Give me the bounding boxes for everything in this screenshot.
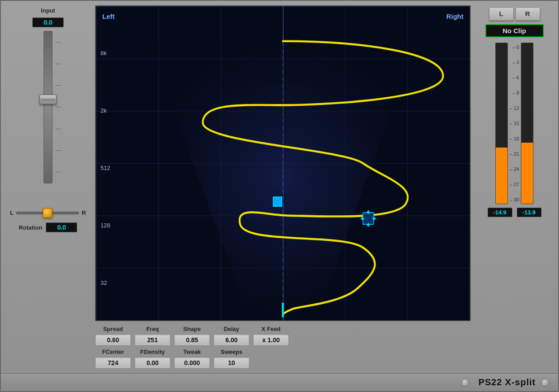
controls-row-1: Spread 0.60 Freq 251 Shape 0.85 Delay 6.… [95,326,471,346]
fdensity-value[interactable]: 0.00 [135,357,170,369]
input-slider-track[interactable] [44,31,52,183]
scale-30: – 30 [510,197,519,202]
left-meter [495,43,508,204]
left-meter-fill [496,148,507,204]
xfeed-label: X Feed [262,326,281,332]
input-slider-container [44,31,52,201]
scale-21: – 21 [510,151,519,157]
scale-15: – 15 [510,121,519,126]
fcenter-value[interactable]: 724 [95,357,131,369]
l-button[interactable]: L [489,7,514,21]
tick-3 [56,85,61,86]
svg-marker-9 [366,210,371,213]
tick-1 [56,42,61,43]
right-panel: L R No Clip – 0 – 3 – 6 – 9 – 12 [475,5,554,369]
fdensity-label: FDensity [140,348,165,355]
input-label: Input [41,7,55,14]
meter-readings: -14.9 -13.9 [488,208,542,217]
left-meter-value: -14.9 [488,208,512,217]
svg-rect-4 [363,213,374,224]
shape-control: Shape 0.85 [174,326,210,346]
visualizer: Left Right 8k 2k 512 128 32 [95,5,471,321]
right-meter-fill [521,143,533,204]
xfeed-value[interactable]: x 1.00 [253,334,289,346]
bottom-bar: PS22 X-split [1,373,558,391]
plugin-name: PS22 X-split [478,377,536,388]
scale-18: – 18 [510,136,519,141]
scale-6: – 6 [510,75,519,80]
tweak-label: Tweak [183,348,201,355]
right-meter-value: -13.9 [517,208,542,217]
scale-0: – 0 [510,44,519,50]
shape-label: Shape [183,326,201,332]
right-meter [521,43,533,204]
sweeps-value[interactable]: 10 [214,357,249,369]
shape-value[interactable]: 0.85 [174,334,210,346]
rotation-label: Rotation [19,224,43,231]
delay-label: Delay [224,326,240,332]
tick-4 [56,107,61,107]
no-clip-display: No Clip [485,24,544,37]
lr-buttons: L R [489,7,540,21]
slider-tick-marks [56,31,61,183]
fcenter-control: FCenter 724 [95,348,131,369]
sweeps-control: Sweeps 10 [214,348,249,369]
balance-thumb[interactable] [43,208,52,218]
input-value-display[interactable]: 0.0 [32,17,64,27]
tweak-value[interactable]: 0.000 [174,357,210,369]
rotation-value-display[interactable]: 0.0 [46,222,77,232]
screw-left [461,379,469,387]
fdensity-control: FDensity 0.00 [135,348,170,369]
freq-label: Freq [146,326,159,332]
tick-6 [56,150,61,151]
tick-5 [56,129,61,129]
delay-control: Delay 6.00 [214,326,249,346]
balance-left-label: L [10,209,13,216]
freq-control: Freq 251 [135,326,170,346]
spread-value[interactable]: 0.60 [95,334,131,346]
fcenter-label: FCenter [102,348,124,355]
controls-section: Spread 0.60 Freq 251 Shape 0.85 Delay 6.… [95,326,471,369]
balance-right-label: R [82,209,86,216]
freq-value[interactable]: 251 [135,334,170,346]
controls-row-2: FCenter 724 FDensity 0.00 Tweak 0.000 Sw… [95,348,471,369]
lr-balance-control: L R [10,209,86,216]
scale-12: – 12 [510,105,519,111]
input-slider-thumb[interactable] [39,95,57,105]
screw-right [541,379,549,387]
scale-9: – 9 [510,90,519,96]
spread-label: Spread [103,326,123,332]
balance-track[interactable] [16,212,79,214]
left-panel: Input 0.0 L [5,5,91,369]
scale-24: – 24 [510,166,519,172]
scale-27: – 27 [510,182,519,187]
center-panel: Left Right 8k 2k 512 128 32 [95,5,471,369]
scale-3: – 3 [510,60,519,65]
svg-marker-12 [374,216,376,221]
tick-7 [56,172,61,172]
svg-rect-3 [273,197,282,206]
rotation-row: Rotation 0.0 [19,222,78,232]
meter-scale: – 0 – 3 – 6 – 9 – 12 – 15 – 18 – 21 – 24… [510,43,519,204]
tweak-control: Tweak 0.000 [174,348,210,369]
right-meter-bar [521,43,533,204]
xfeed-control: X Feed x 1.00 [253,326,289,346]
viz-svg [96,6,470,320]
r-button[interactable]: R [515,7,540,21]
spread-control: Spread 0.60 [95,326,131,346]
left-meter-bar [495,43,508,204]
svg-marker-10 [366,224,371,226]
tick-2 [56,64,61,64]
sweeps-label: Sweeps [221,348,242,355]
delay-value[interactable]: 6.00 [214,334,249,346]
plugin-container: Input 0.0 L [0,0,559,392]
